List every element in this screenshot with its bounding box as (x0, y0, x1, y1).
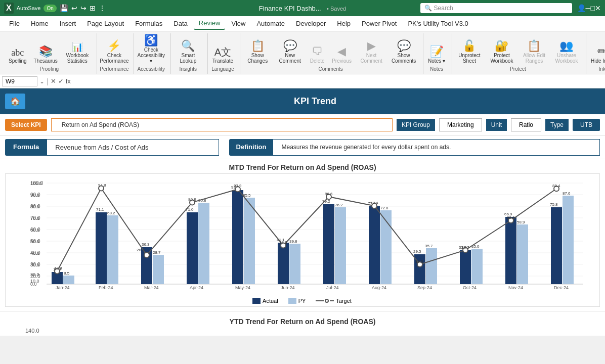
bar-may-actual (232, 190, 243, 284)
kpi-controls: Select KPI Return on Ad Spend (ROAS) KPI… (0, 114, 605, 136)
formula-expand-icon[interactable]: ⌄ (39, 78, 45, 85)
notes-icon: 📝 (430, 46, 444, 57)
show-comments-icon: 💬 (397, 40, 411, 52)
undo-icon[interactable]: ↩ (71, 4, 77, 12)
insights-group-label: Insights (180, 66, 197, 72)
home-button[interactable]: 🏠 (5, 94, 25, 109)
menu-help[interactable]: Help (332, 18, 356, 29)
translate-button[interactable]: A文 Translate (210, 46, 236, 65)
ink-group-label: Ink (599, 66, 605, 72)
workbook-statistics-label: Workbook Statistics (65, 53, 90, 64)
table-icon[interactable]: ⊞ (90, 4, 96, 12)
menu-review[interactable]: Review (194, 17, 226, 30)
changes-group-label: Comments (318, 66, 342, 72)
smart-lookup-button[interactable]: 🔍 Smart Lookup (173, 39, 203, 65)
thesaurus-icon: 📚 (39, 46, 53, 57)
next-comment-button: ▶ Next Comment (356, 39, 386, 65)
insert-function-icon[interactable]: fx (66, 77, 71, 85)
maximize-icon[interactable]: □ (591, 4, 595, 12)
svg-text:Oct-24: Oct-24 (463, 285, 477, 290)
svg-text:Jan-24: Jan-24 (56, 285, 70, 290)
spelling-icon: abc (11, 48, 24, 57)
more-commands-icon[interactable]: ⋮ (99, 4, 106, 12)
svg-text:Jun-24: Jun-24 (281, 285, 295, 290)
menu-insert[interactable]: Insert (55, 18, 81, 29)
bar-may-py (244, 198, 255, 284)
spelling-label: Spelling (9, 58, 27, 64)
formula-input[interactable] (73, 77, 603, 86)
unprotect-sheet-button[interactable]: 🔓 Unprotect Sheet (454, 39, 485, 65)
hide-ink-label: Hide Ink ▾ (591, 58, 605, 64)
cell-reference[interactable] (2, 76, 37, 86)
kpi-header-title: KPI Trend (30, 96, 600, 107)
svg-text:40.0: 40.0 (30, 251, 39, 256)
select-kpi-button[interactable]: Select KPI (5, 119, 47, 131)
check-accessibility-button[interactable]: ♿ Check Accessibility ▾ (136, 33, 166, 65)
new-comment-button[interactable]: 💬 New Comment (275, 39, 305, 65)
user-icon[interactable]: 👤 (577, 4, 586, 12)
notes-button[interactable]: 📝 Notes ▾ (425, 44, 448, 65)
svg-text:29.5: 29.5 (413, 249, 421, 254)
svg-text:50.0: 50.0 (30, 239, 39, 244)
menu-automate[interactable]: Automate (251, 18, 290, 29)
show-comments-button[interactable]: 💬 Show Comments (388, 39, 419, 65)
menu-page-layout[interactable]: Page Layout (82, 18, 129, 29)
close-icon[interactable]: ✕ (595, 4, 601, 12)
new-comment-label: New Comment (277, 53, 303, 64)
hide-ink-button[interactable]: ✏ Hide Ink ▾ (588, 44, 605, 65)
menu-power-pivot[interactable]: Power Pivot (357, 18, 402, 29)
menu-developer[interactable]: Developer (291, 18, 331, 29)
ribbon-group-insights-items: 🔍 Smart Lookup (173, 33, 203, 65)
workbook-statistics-icon: 📊 (72, 42, 83, 52)
save-icon[interactable]: 💾 (60, 4, 68, 12)
menu-file[interactable]: File (4, 18, 25, 29)
ribbon-group-proofing-items: abc Spelling 📚 Thesaurus 📊 Workbook Stat… (6, 33, 93, 65)
menu-formulas[interactable]: Formulas (130, 18, 167, 29)
ribbon-group-accessibility: ♿ Check Accessibility ▾ Accessibility (134, 33, 171, 74)
minimize-icon[interactable]: ─ (586, 4, 591, 12)
search-box[interactable]: 🔍 Search (420, 3, 572, 13)
allow-edit-ranges-label: Allow Edit Ranges (522, 53, 547, 64)
svg-text:May-24: May-24 (235, 285, 250, 290)
svg-text:77.4: 77.4 (370, 201, 378, 205)
thesaurus-button[interactable]: 📚 Thesaurus (31, 44, 60, 65)
bar-nov-py (517, 224, 528, 284)
sheet-content: 🏠 KPI Trend Select KPI Return on Ad Spen… (0, 88, 605, 336)
confirm-formula-icon[interactable]: ✓ (58, 77, 64, 85)
cancel-formula-icon[interactable]: ✕ (51, 77, 56, 85)
svg-text:8.5: 8.5 (64, 271, 70, 276)
ribbon-group-accessibility-items: ♿ Check Accessibility ▾ (136, 33, 166, 65)
menu-home[interactable]: Home (26, 18, 54, 29)
svg-text:80.8: 80.8 (188, 197, 196, 202)
translate-icon: A文 (214, 47, 231, 57)
thesaurus-label: Thesaurus (34, 58, 58, 64)
svg-text:93.9: 93.9 (234, 184, 242, 188)
mtd-chart-wrapper: 100.0 90.0 80.0 70.0 60.0 50.0 40.0 30.0… (5, 173, 600, 307)
spelling-button[interactable]: abc Spelling (6, 47, 29, 65)
menu-data[interactable]: Data (168, 18, 192, 29)
formula-bar: ⌄ | ✕ ✓ fx (0, 74, 605, 88)
check-performance-label: Check Performance (100, 53, 128, 64)
protect-workbook-button[interactable]: 🔐 Protect Workbook (487, 39, 517, 65)
workbook-statistics-button[interactable]: 📊 Workbook Statistics (62, 41, 93, 65)
previous-comment-icon: ◀ (337, 46, 346, 57)
check-performance-button[interactable]: ⚡ Check Performance (99, 39, 129, 65)
svg-text:12.8: 12.8 (54, 266, 62, 270)
show-changes-button[interactable]: 📋 Show Changes (242, 39, 273, 65)
ribbon: abc Spelling 📚 Thesaurus 📊 Workbook Stat… (0, 31, 605, 74)
kpi-type-label: Type (545, 119, 569, 131)
autosave-toggle[interactable]: On (44, 5, 56, 12)
check-accessibility-icon: ♿ (144, 35, 158, 46)
unshare-workbook-label: Unshare Workbook (554, 53, 579, 64)
allow-edit-ranges-icon: 📋 (527, 40, 541, 52)
ribbon-group-changes: 📋 Show Changes 💬 New Comment 🗨 Delete ◀ … (240, 33, 423, 74)
menu-view[interactable]: View (226, 18, 250, 29)
kpi-group-value: Marketing (439, 118, 482, 131)
mtd-chart-container: MTD Trend For Return on Ad Spend (ROAS) … (0, 159, 605, 311)
svg-text:87.6: 87.6 (563, 191, 571, 196)
legend-py-label: PY (298, 298, 306, 304)
smart-lookup-label: Smart Lookup (176, 53, 201, 64)
menu-pk-utility[interactable]: PK's Utility Tool V3.0 (403, 18, 473, 29)
bar-aug-actual (369, 206, 380, 284)
redo-icon[interactable]: ↪ (80, 4, 87, 12)
